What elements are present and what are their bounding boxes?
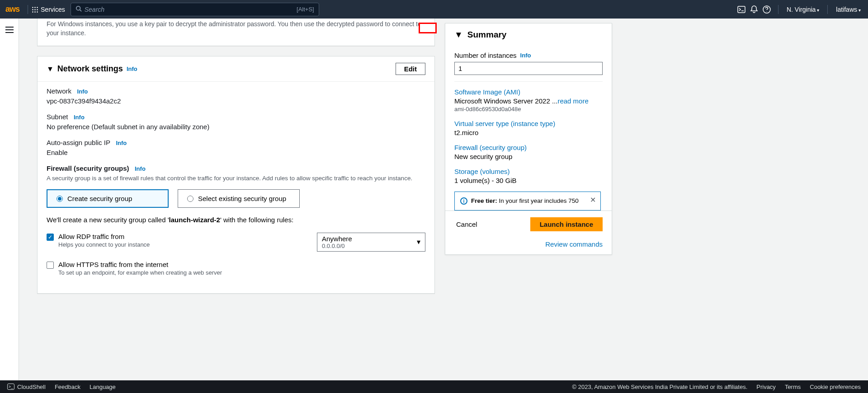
search-icon — [75, 5, 82, 14]
region-selector[interactable]: N. Virginia — [785, 6, 821, 13]
help-icon[interactable] — [762, 5, 772, 14]
search-shortcut: [Alt+S] — [297, 6, 314, 13]
services-label: Services — [41, 6, 65, 13]
divider — [827, 5, 828, 14]
global-header: aws Services [Alt+S] N. Virginia latifaw… — [0, 0, 868, 19]
global-search[interactable]: [Alt+S] — [71, 3, 319, 16]
cloudshell-icon[interactable] — [736, 5, 746, 14]
svg-line-1 — [80, 9, 81, 11]
grid-icon — [32, 6, 38, 13]
services-menu-button[interactable]: Services — [32, 6, 65, 13]
aws-logo[interactable]: aws — [5, 5, 19, 14]
aws-logo-text: aws — [5, 5, 19, 14]
header-right: N. Virginia latifaws — [736, 5, 863, 14]
notifications-icon[interactable] — [749, 5, 759, 14]
account-menu[interactable]: latifaws — [834, 6, 863, 13]
search-input[interactable] — [85, 6, 297, 13]
divider — [28, 5, 28, 14]
svg-point-0 — [76, 6, 80, 10]
svg-rect-2 — [738, 6, 745, 13]
divider — [778, 5, 778, 14]
